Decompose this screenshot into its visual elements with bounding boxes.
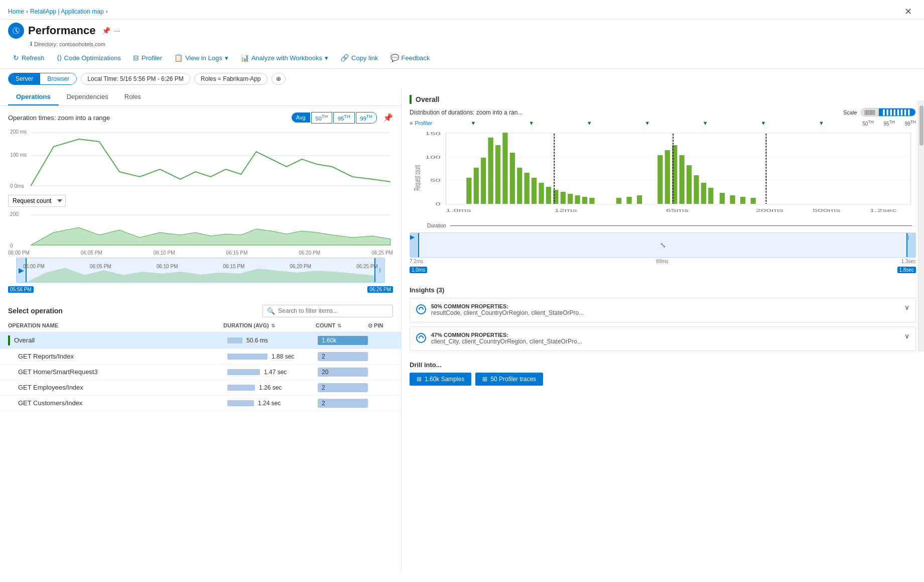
code-optimizations-button[interactable]: ⟨⟩ Code Optimizations — [52, 51, 126, 64]
insight-card-1[interactable]: 50% COMMON PROPERTIES: resultCode, clien… — [410, 298, 916, 322]
close-button[interactable]: ✕ — [900, 4, 916, 19]
col-header-count: COUNT ⇅ — [316, 322, 366, 328]
time-filter-pill[interactable]: Local Time: 5/16 5:56 PM - 6:26 PM — [81, 73, 190, 85]
pin-icon[interactable]: 📌 — [102, 27, 110, 35]
table-row[interactable]: GET Customers/Index 1.24 sec 2 — [0, 396, 401, 411]
svg-rect-23 — [474, 168, 479, 204]
col-header-pin: ⊙ PIN — [368, 322, 393, 329]
overall-section-title: Overall — [410, 95, 916, 104]
row-duration-bar — [227, 354, 268, 360]
insight-chevron-2[interactable]: ∨ — [904, 332, 909, 340]
scale-label: Scale — [843, 109, 857, 115]
p99-label: 99TH — [905, 120, 916, 127]
chart-pin-icon[interactable]: 📌 — [383, 113, 393, 123]
range-start-label: 05:56 PM — [8, 286, 34, 293]
profiler-expand-icon[interactable]: ≡ — [410, 120, 413, 126]
directory-text: Directory: contosohotels.com — [34, 41, 105, 47]
profiler-traces-button[interactable]: ⊞ 50 Profiler traces — [475, 373, 543, 386]
svg-text:100: 100 — [425, 155, 441, 160]
dist-range-container: ▶ ⤡ ⟩ 1.0ms 1.8sec 7.2ms 89ms 1.3sec — [410, 230, 916, 264]
inner-time-2: 06:05 PM — [90, 264, 111, 269]
location-icon: ⊕ — [276, 75, 281, 82]
table-row[interactable]: GET Employees/Index 1.26 sec 2 — [0, 380, 401, 396]
inner-time-5: 06:20 PM — [290, 264, 311, 269]
range-handle-right[interactable]: ⟩ — [374, 258, 384, 282]
profiler-arrow-5: ▼ — [703, 120, 708, 126]
view-in-logs-button[interactable]: 📋 View in Logs ▾ — [169, 51, 233, 64]
row-duration-cell: 1.88 sec — [227, 353, 318, 360]
range-handle-left[interactable]: ▶ — [17, 258, 27, 282]
row-duration-text: 50.6 ms — [246, 337, 268, 344]
percentile-labels-row: 50TH 95TH 99TH — [862, 120, 916, 127]
location-filter-pill[interactable]: ⊕ — [272, 73, 286, 85]
scrollbar-thumb[interactable] — [919, 105, 923, 146]
minimap-collapse-icon[interactable]: ⤡ — [660, 241, 666, 249]
copy-link-button[interactable]: 🔗 Copy link — [335, 51, 383, 64]
scale-control: Scale |||||||| ▌▌▌▌▌▌▌▌ — [843, 108, 916, 117]
samples-button[interactable]: ⊞ 1.60k Samples — [410, 373, 471, 386]
app-icon — [8, 23, 24, 39]
row-duration-bar — [227, 369, 260, 375]
minimap-handle-right[interactable]: ⟩ — [906, 233, 915, 257]
refresh-button[interactable]: ↻ Refresh — [8, 51, 50, 64]
count-sort-icon[interactable]: ⇅ — [337, 323, 341, 328]
p99-btn[interactable]: 99TH — [356, 112, 377, 124]
table-row[interactable]: Overall 50.6 ms 1.60k — [0, 332, 401, 349]
svg-text:1.0ms: 1.0ms — [446, 208, 471, 213]
table-row[interactable]: GET Reports/Index 1.88 sec 2 — [0, 349, 401, 365]
request-count-dropdown[interactable]: Request count Response time — [8, 195, 66, 207]
profiler-traces-icon: ⊞ — [482, 376, 487, 383]
feedback-label: Feedback — [402, 54, 430, 62]
svg-rect-29 — [517, 168, 522, 204]
svg-text:200: 200 — [10, 211, 19, 217]
feedback-button[interactable]: 💬 Feedback — [385, 51, 435, 64]
roles-filter-pill[interactable]: Roles = Fabrikam-App — [194, 73, 268, 85]
svg-rect-49 — [626, 197, 631, 204]
p95-label: 95TH — [884, 120, 895, 127]
tab-dependencies[interactable]: Dependencies — [59, 89, 116, 105]
scale-linear[interactable]: |||||||| — [861, 108, 879, 116]
svg-text:50: 50 — [430, 178, 441, 183]
scrollbar[interactable] — [918, 100, 924, 352]
row-count: 20 — [318, 368, 368, 377]
analyze-workbooks-button[interactable]: 📊 Analyze with Workbooks ▾ — [235, 51, 333, 64]
more-icon[interactable]: ··· — [114, 27, 120, 35]
browser-tab-button[interactable]: Browser — [40, 73, 76, 84]
p95-btn[interactable]: 95TH — [333, 112, 354, 124]
svg-rect-40 — [657, 155, 663, 204]
scale-log[interactable]: ▌▌▌▌▌▌▌▌ — [879, 108, 915, 116]
svg-rect-32 — [539, 183, 544, 204]
title-row: Performance 📌 ··· — [0, 20, 924, 41]
svg-rect-28 — [510, 153, 515, 204]
row-count: 2 — [318, 352, 368, 361]
svg-rect-27 — [502, 133, 507, 204]
p50-btn[interactable]: 50TH — [311, 112, 332, 124]
svg-text:100 ms: 100 ms — [10, 152, 27, 158]
duration-sort-icon[interactable]: ⇅ — [271, 323, 275, 328]
avg-btn[interactable]: Avg — [292, 112, 310, 123]
minimap-handle-left[interactable]: ▶ — [410, 233, 419, 257]
row-duration-text: 1.88 sec — [272, 353, 294, 360]
breadcrumb-app[interactable]: RetailApp | Application map — [30, 8, 104, 15]
table-row[interactable]: GET Home/SmartRequest3 1.47 sec 20 — [0, 365, 401, 380]
row-duration-cell: 1.47 sec — [227, 369, 318, 376]
svg-marker-11 — [31, 227, 390, 245]
dist-range-slider[interactable]: ▶ ⤡ ⟩ — [410, 232, 916, 258]
breadcrumb-home[interactable]: Home — [8, 8, 24, 15]
right-panel: Overall Distribution of durations: zoom … — [402, 89, 924, 573]
svg-text:65ms: 65ms — [666, 208, 689, 213]
tab-operations[interactable]: Operations — [8, 89, 59, 105]
insight-chevron-1[interactable]: ∨ — [904, 303, 909, 311]
range-inner-labels: 06:00 PM 06:05 PM 06:10 PM 06:15 PM 06:2… — [23, 264, 378, 269]
select-operation-bar: Select operation 🔍 — [0, 297, 401, 319]
tab-roles[interactable]: Roles — [116, 89, 149, 105]
search-input[interactable] — [278, 307, 388, 314]
toolbar: ↻ Refresh ⟨⟩ Code Optimizations ⊟ Profil… — [0, 47, 924, 69]
range-slider[interactable]: ▶ ⟩ — [16, 258, 385, 283]
feedback-icon: 💬 — [390, 54, 399, 62]
svg-rect-46 — [701, 183, 706, 204]
insight-card-2[interactable]: 47% COMMON PROPERTIES: client_City, clie… — [410, 326, 916, 351]
server-tab-button[interactable]: Server — [9, 73, 40, 84]
search-box[interactable]: 🔍 — [262, 305, 393, 317]
profiler-button[interactable]: ⊟ Profiler — [128, 51, 167, 64]
